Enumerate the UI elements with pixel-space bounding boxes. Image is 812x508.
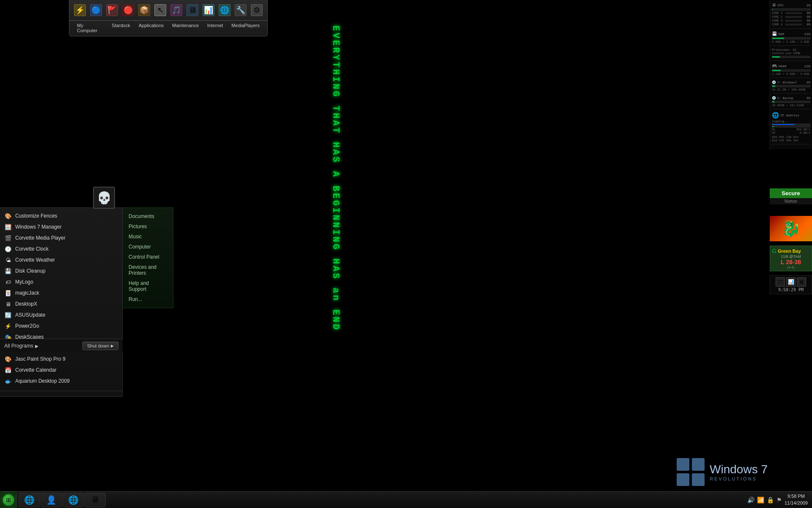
drive-g-bar (772, 101, 810, 103)
start-menu-divider (0, 391, 122, 391)
processes-bar-fill (772, 56, 780, 58)
greenbay-widget[interactable]: G Green Bay 11/8 @TAM L 28-38 (4-4) (770, 246, 812, 271)
menu-label: Customize Fences (15, 213, 57, 219)
taskbar-app-1[interactable]: 🌐 (19, 493, 40, 507)
cpu-icon: 🖥 (772, 3, 776, 8)
toolbar-nav-maintenance[interactable]: Maintenance (168, 22, 203, 35)
globe-icon: 🌐 (772, 112, 779, 119)
toolbar-icon-monitor[interactable]: 📊 (201, 3, 216, 18)
drive-g-pct: 6% (807, 97, 810, 100)
toolbar-icon-flag[interactable]: 🚩 (105, 3, 119, 18)
menu-item-asusupdate[interactable]: 🔄ASUSUpdate (0, 309, 122, 320)
toolbar-icon-settings[interactable]: ⚙ (250, 3, 264, 18)
right-menu-item-help-and-support[interactable]: Help and Support (123, 278, 173, 294)
menu-icon-corvette-clock: 🕐 (4, 245, 12, 253)
toolbar-nav-my-computer[interactable]: My Computer (73, 22, 107, 35)
start-button[interactable]: ⊞ (0, 491, 17, 508)
right-menu-item-documents[interactable]: Documents (123, 211, 173, 221)
menu-label: Disk Cleanup (15, 268, 45, 274)
tray-volume-icon[interactable]: 📶 (757, 497, 764, 503)
vram-label: VRAM (778, 64, 786, 68)
right-menu-item-run...[interactable]: Run... (123, 294, 173, 304)
menu-item-desktopx[interactable]: 🖥DesktopX (0, 298, 122, 309)
toolbar-icon-network[interactable]: 🌐 (217, 3, 232, 18)
gb-score: L 28-38 (772, 259, 810, 265)
menu-item-mylogo[interactable]: 🏷MyLogo (0, 276, 122, 287)
tray-icon-monitor[interactable]: 🖥 (797, 277, 806, 287)
toolbar-icon-lightning[interactable]: ⚡ (73, 3, 87, 18)
drive-c-pct: 8% (807, 81, 810, 84)
toolbar-nav-applications[interactable]: Applications (134, 22, 168, 35)
toolbar-icon-app1[interactable]: 🔴 (121, 3, 135, 18)
right-menu-item-control-panel[interactable]: Control Panel (123, 252, 173, 262)
right-menu-item-devices-and-printers[interactable]: Devices and Printers (123, 262, 173, 278)
menu-item-customize-fences[interactable]: 🎨Customize Fences (0, 210, 122, 221)
cpu-label: CPU (777, 3, 783, 7)
shutdown-button[interactable]: Shut down ▶ (82, 342, 118, 350)
svg-rect-0 (677, 458, 689, 471)
all-programs-button[interactable]: All Programs ▶ (4, 343, 38, 349)
network-section: 🌐 IP Address loading... DL 320.0B/s UP 0… (772, 112, 810, 144)
toolbar-icons-row: ⚡🔵🚩🔴📦↖🎵🖥📊🌐🔧⚙ (69, 0, 267, 20)
drive-g-label: G: Backup (777, 97, 793, 100)
tray-action-icon[interactable]: ⚑ (776, 497, 782, 503)
norton-secure-button[interactable]: Secure (770, 188, 812, 198)
taskbar-app-2[interactable]: 👤 (41, 493, 62, 507)
menu-item-power2go[interactable]: ⚡Power2Go (0, 320, 122, 331)
menu-item-corvette-clock[interactable]: 🕐Corvette Clock (0, 243, 122, 254)
menu-item-aquarium-desktop-2009[interactable]: 🐟Aquarium Desktop 2009 (0, 375, 122, 387)
toolbar-icon-app2[interactable]: 📦 (137, 3, 151, 18)
menu-item-jasc-paint-shop-pro-9[interactable]: 🎨Jasc Paint Shop Pro 9 (0, 353, 122, 364)
tray-security-icon[interactable]: 🔒 (767, 497, 774, 503)
tray-icon-chart[interactable]: 📊 (786, 277, 796, 287)
toolbar-icon-app3[interactable]: 🎵 (169, 3, 184, 18)
toolbar-nav-mediaplayers[interactable]: MediaPlayers (227, 22, 264, 35)
vram-detail: 1.1GB / 3.9GB / 5.0GB (772, 72, 810, 76)
menu-item-corvette-calendar[interactable]: 📅Corvette Calendar (0, 364, 122, 375)
taskbar-app-4[interactable]: 🖥 (85, 493, 106, 507)
ul-label: UP (772, 131, 775, 135)
windows-flag-icon (676, 457, 705, 487)
svg-rect-1 (692, 458, 705, 471)
ram-bar-fill (772, 38, 784, 39)
arrow-right-icon: ▶ (35, 344, 38, 348)
right-menu-item-computer[interactable]: Computer (123, 242, 173, 252)
menu-item-corvette-weather[interactable]: 🌤Corvette Weather (0, 254, 122, 265)
ram-pct: 31% (804, 32, 810, 36)
tray-clock[interactable]: 9:58 PM 11/14/2009 (785, 493, 808, 506)
menu-icon-desktopx: 🖥 (4, 300, 12, 308)
toolbar-icon-tools[interactable]: 🔧 (233, 3, 248, 18)
right-menu-item-music[interactable]: Music (123, 232, 173, 242)
ip-label: IP Address (780, 114, 799, 117)
user-avatar: 💀 (93, 187, 115, 209)
menu-label: Corvette Calendar (15, 367, 56, 373)
tray-time: 9:58 PM (785, 493, 808, 500)
taskbar-tray: 🔊 📶 🔒 ⚑ 9:58 PM 11/14/2009 (743, 491, 812, 508)
menu-item-disk-cleanup[interactable]: 💾Disk Cleanup (0, 265, 122, 276)
taskbar: ⊞ 🌐 👤 🌐 🖥 🔊 📶 🔒 ⚑ 9:58 PM 11/14/2009 (0, 491, 812, 508)
ram-icon: 💾 (772, 31, 777, 36)
taskbar-apps: 🌐 👤 🌐 🖥 (17, 491, 107, 508)
toolbar-icon-cursor[interactable]: ↖ (153, 3, 167, 18)
tray-icon-shield[interactable]: 🛡 (776, 277, 785, 287)
tray-icons-row: 🛡 📊 🖥 (776, 277, 806, 287)
right-menu-item-pictures[interactable]: Pictures (123, 221, 173, 232)
toolbar-nav-stardock[interactable]: Stardock (107, 22, 134, 35)
menu-item-corvette-media-player[interactable]: 🎬Corvette Media Player (0, 232, 122, 243)
menu-icon-disk-cleanup: 💾 (4, 267, 12, 275)
uptime1: 00d 00h 13m 54s (772, 135, 810, 139)
toolbar-nav-internet[interactable]: Internet (203, 22, 227, 35)
toolbar-icon-screen[interactable]: 🖥 (185, 3, 200, 18)
menu-label: MyLogo (15, 279, 33, 285)
tray-network-icon[interactable]: 🔊 (747, 497, 754, 503)
menu-icon-customize-fences: 🎨 (4, 212, 12, 220)
menu-item-magicjack[interactable]: 🃏magicJack (0, 287, 122, 298)
toolbar-icon-shield[interactable]: 🔵 (89, 3, 103, 18)
drive-c-section: 💿 C: Windows7 8% 15.21 GB / 200.00GB (772, 80, 810, 94)
ram-detail: 0.9GB / 2.1GB / 3.0GB (772, 40, 810, 44)
taskbar-app-3[interactable]: 🌐 (63, 493, 84, 507)
top-toolbar: ⚡🔵🚩🔴📦↖🎵🖥📊🌐🔧⚙ My ComputerStardockApplicat… (69, 0, 268, 36)
norton-widget[interactable]: Secure Norton (770, 188, 812, 204)
menu-item-windows-7-manager[interactable]: 🪟Windows 7 Manager (0, 221, 122, 232)
processes-section: Processes: 61 svchost.exe 63MB (772, 48, 810, 61)
